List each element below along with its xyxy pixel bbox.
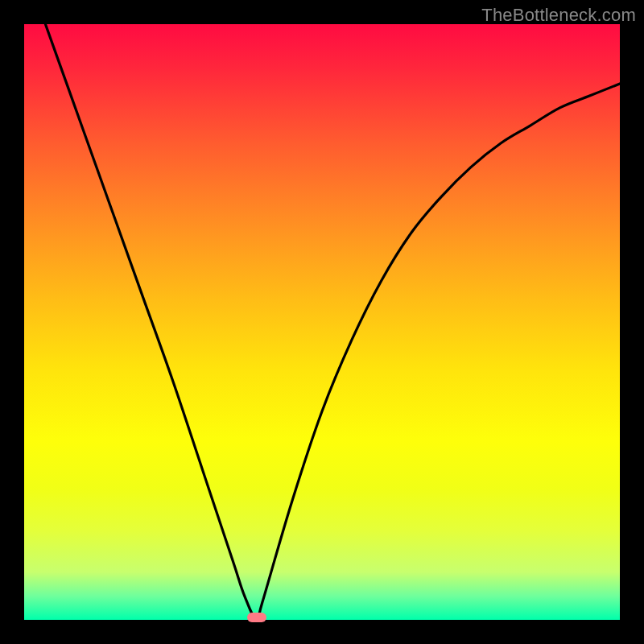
watermark-text: TheBottleneck.com [481,5,636,26]
chart-frame [24,24,620,620]
bottleneck-curve [24,24,620,620]
valley-marker [247,613,266,622]
